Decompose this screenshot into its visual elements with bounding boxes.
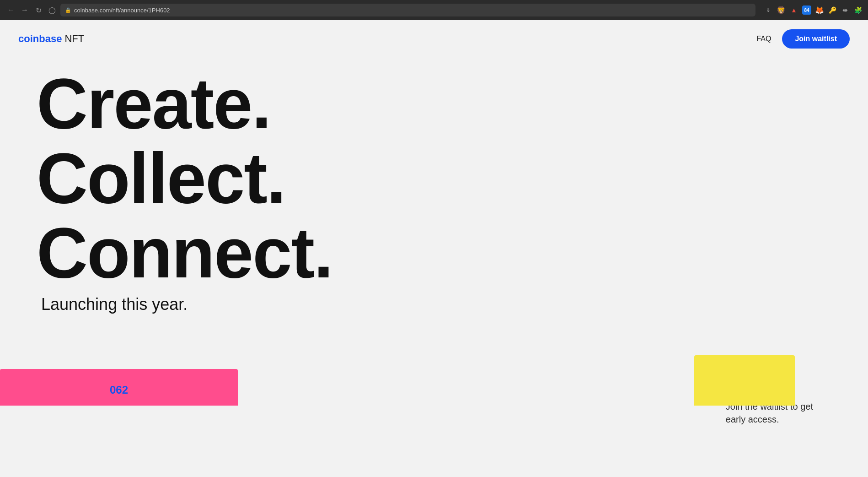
waitlist-text-line2: early access. xyxy=(726,414,779,424)
back-button[interactable]: ← xyxy=(5,5,16,16)
hero-content-wrapper: Create. Collect. Connect. Launching this… xyxy=(0,58,868,406)
url-text: coinbase.com/nft/announce/1PH602 xyxy=(74,7,170,14)
faq-link[interactable]: FAQ xyxy=(756,35,771,43)
join-waitlist-button[interactable]: Join waitlist xyxy=(782,29,850,49)
logo-nft-text: NFT xyxy=(64,33,84,45)
brave-icon[interactable]: 🦁 xyxy=(777,5,786,15)
address-bar[interactable]: 🔒 coinbase.com/nft/announce/1PH602 xyxy=(60,4,755,16)
bottom-strip-area: 062 xyxy=(0,332,868,406)
badge-84-icon[interactable]: 84 xyxy=(802,5,811,15)
strip-label: 062 xyxy=(110,384,128,396)
grid-icon[interactable]: ⇼ xyxy=(841,5,850,15)
hero-line-2: Collect. xyxy=(37,141,332,216)
navbar: coinbase NFT FAQ Join waitlist xyxy=(0,20,868,58)
hero-subtitle: Launching this year. xyxy=(37,295,188,314)
bookmark-icon[interactable]: ◯ xyxy=(48,6,56,14)
page: coinbase NFT FAQ Join waitlist Create. C… xyxy=(0,20,868,477)
browser-extensions: ⇓ 🦁 ▲ 84 🦊 🔑 ⇼ 🧩 xyxy=(764,5,863,15)
strip-yellow xyxy=(694,355,795,406)
key-icon[interactable]: 🔑 xyxy=(828,5,837,15)
triangle-icon[interactable]: ▲ xyxy=(789,5,798,15)
hero-headline: Create. Collect. Connect. xyxy=(37,67,332,290)
forward-button[interactable]: → xyxy=(19,5,30,16)
nav-buttons: ← → ↻ xyxy=(5,5,44,16)
lock-icon: 🔒 xyxy=(65,7,71,13)
logo-coinbase-text: coinbase xyxy=(18,33,62,45)
browser-chrome: ← → ↻ ◯ 🔒 coinbase.com/nft/announce/1PH6… xyxy=(0,0,868,20)
puzzle-icon[interactable]: 🧩 xyxy=(853,5,863,15)
metamask-icon[interactable]: 🦊 xyxy=(815,5,824,15)
nav-right: FAQ Join waitlist xyxy=(756,29,850,49)
hero-line-3: Connect. xyxy=(37,216,332,291)
download-icon[interactable]: ⇓ xyxy=(764,5,773,15)
hero-section: Create. Collect. Connect. Launching this… xyxy=(0,58,868,314)
logo[interactable]: coinbase NFT xyxy=(18,33,84,45)
reload-button[interactable]: ↻ xyxy=(33,5,44,16)
hero-line-1: Create. xyxy=(37,67,332,141)
